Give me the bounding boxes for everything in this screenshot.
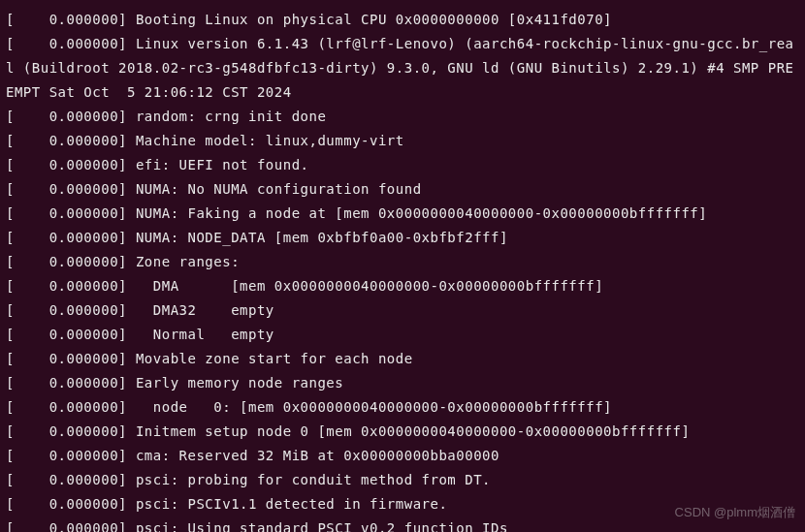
- log-line: [ 0.000000] Normal empty: [6, 323, 799, 347]
- log-line: [ 0.000000] Zone ranges:: [6, 250, 799, 274]
- log-line: [ 0.000000] random: crng init done: [6, 105, 799, 129]
- log-line: [ 0.000000] DMA [mem 0x0000000040000000-…: [6, 274, 799, 298]
- log-line: [ 0.000000] node 0: [mem 0x0000000040000…: [6, 395, 799, 420]
- log-line: [ 0.000000] DMA32 empty: [6, 298, 799, 323]
- log-line: [ 0.000000] Initmem setup node 0 [mem 0x…: [6, 420, 799, 444]
- log-line: [ 0.000000] NUMA: Faking a node at [mem …: [6, 202, 799, 226]
- log-line: [ 0.000000] cma: Reserved 32 MiB at 0x00…: [6, 444, 799, 468]
- log-line: [ 0.000000] Booting Linux on physical CP…: [6, 8, 799, 32]
- log-line: [ 0.000000] NUMA: NODE_DATA [mem 0xbfbf0…: [6, 226, 799, 250]
- log-line: [ 0.000000] efi: UEFI not found.: [6, 153, 799, 177]
- terminal-output[interactable]: [ 0.000000] Booting Linux on physical CP…: [6, 8, 799, 532]
- log-line: [ 0.000000] Linux version 6.1.43 (lrf@lr…: [6, 32, 799, 105]
- log-line: [ 0.000000] NUMA: No NUMA configuration …: [6, 177, 799, 202]
- watermark-text: CSDN @plmm烟酒僧: [675, 500, 795, 524]
- log-line: [ 0.000000] Early memory node ranges: [6, 371, 799, 395]
- log-line: [ 0.000000] Machine model: linux,dummy-v…: [6, 129, 799, 153]
- log-line: [ 0.000000] psci: probing for conduit me…: [6, 468, 799, 492]
- log-line: [ 0.000000] Movable zone start for each …: [6, 347, 799, 371]
